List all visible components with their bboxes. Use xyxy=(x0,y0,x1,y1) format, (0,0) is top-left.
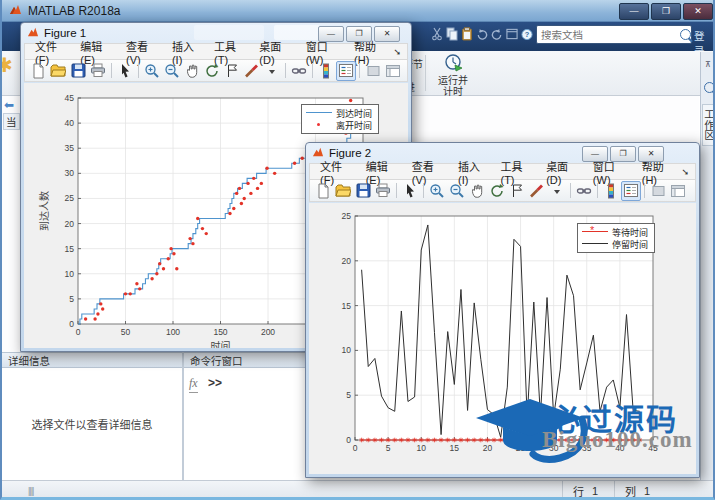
maximize-button[interactable]: ❐ xyxy=(651,3,681,20)
row-label: 行 xyxy=(573,483,584,499)
collapse-icon[interactable]: ⊼ xyxy=(705,60,711,69)
close-button[interactable]: ✕ xyxy=(683,3,713,20)
search-icon[interactable] xyxy=(680,29,691,40)
maximize-button[interactable]: ❐ xyxy=(610,146,636,162)
help-icon[interactable]: ? xyxy=(521,27,533,41)
legend-item: 到达时间 xyxy=(306,108,372,118)
command-prompt[interactable]: >> xyxy=(208,376,222,390)
quick-access-toolbar: ? xyxy=(431,27,548,41)
new-figure-icon[interactable] xyxy=(313,181,333,201)
figure1-titlebar[interactable]: Figure 1 — ❐ ✕ xyxy=(24,23,408,43)
matlab-logo-icon xyxy=(312,146,324,160)
hide-plot-tools-icon[interactable] xyxy=(648,181,668,201)
svg-text:0: 0 xyxy=(76,327,81,337)
legend-label: 停留时间 xyxy=(612,238,648,251)
svg-text:25: 25 xyxy=(342,211,352,221)
toolstrip-separator xyxy=(425,55,426,91)
search-input[interactable] xyxy=(537,29,680,41)
link-plot-icon[interactable] xyxy=(289,61,309,81)
details-placeholder: 选择文件以查看详细信息 xyxy=(2,368,182,480)
print-figure-icon[interactable] xyxy=(88,61,108,81)
workspace-tab[interactable]: 工作区 xyxy=(702,104,715,146)
open-file-icon[interactable] xyxy=(333,181,353,201)
toolbar-separator xyxy=(570,183,571,198)
svg-text:0: 0 xyxy=(69,319,74,329)
new-figure-icon[interactable] xyxy=(28,61,48,81)
window-icon[interactable] xyxy=(506,27,518,41)
caret-down-icon[interactable] xyxy=(262,61,282,81)
print-figure-icon[interactable] xyxy=(373,181,393,201)
svg-text:150: 150 xyxy=(213,327,227,337)
save-figure-icon[interactable] xyxy=(68,61,88,81)
matlab-logo-icon xyxy=(27,26,39,40)
toolbar-separator xyxy=(111,63,112,78)
brush-icon[interactable] xyxy=(527,181,547,201)
rotate-3d-icon[interactable] xyxy=(202,61,222,81)
brush-icon[interactable] xyxy=(242,61,262,81)
colorbar-icon[interactable] xyxy=(601,181,621,201)
colorbar-icon[interactable] xyxy=(316,61,336,81)
figure2-legend[interactable]: * 等待时间 停留时间 xyxy=(577,223,655,253)
zoom-in-icon[interactable] xyxy=(427,181,447,201)
minimize-button[interactable]: — xyxy=(318,26,344,42)
cut-icon[interactable] xyxy=(431,27,443,41)
figure2-menubar: 文件(F)编辑(E)查看(V)插入(I)工具(T)桌面(D)窗口(W)帮助(H)… xyxy=(309,163,696,180)
toolbar-separator xyxy=(644,183,645,198)
back-arrow-icon[interactable]: ⬅ xyxy=(4,98,14,112)
link-plot-icon[interactable] xyxy=(574,181,594,201)
paste-icon[interactable] xyxy=(461,27,473,41)
toolbar-separator xyxy=(396,183,397,198)
zoom-out-icon[interactable] xyxy=(162,61,182,81)
pan-hand-icon[interactable] xyxy=(467,181,487,201)
svg-text:15: 15 xyxy=(342,301,352,311)
details-panel-header[interactable]: 详细信息 xyxy=(2,352,182,368)
fx-button[interactable]: fx xyxy=(189,376,198,393)
figure2-titlebar[interactable]: Figure 2 — ❐ ✕ xyxy=(309,143,696,163)
main-title: MATLAB R2018a xyxy=(28,4,121,18)
minimize-button[interactable]: — xyxy=(582,146,608,162)
show-plot-tools-icon[interactable] xyxy=(668,181,688,201)
glass-reflection xyxy=(274,25,320,40)
minimize-button[interactable]: — xyxy=(619,3,649,20)
figure1-title: Figure 1 xyxy=(44,27,86,39)
row-value: 1 xyxy=(592,485,598,497)
redo-icon[interactable] xyxy=(491,27,503,41)
new-script-icon[interactable]: ✱ xyxy=(0,53,13,77)
svg-text:0: 0 xyxy=(346,435,351,445)
main-titlebar: MATLAB R2018a — ❐ ✕ xyxy=(2,0,715,22)
pan-hand-icon[interactable] xyxy=(182,61,202,81)
search-icon[interactable] xyxy=(704,82,715,93)
caret-down-icon[interactable] xyxy=(547,181,567,201)
legend-icon[interactable] xyxy=(336,61,356,81)
data-cursor-icon[interactable] xyxy=(222,61,242,81)
zoom-in-icon[interactable] xyxy=(142,61,162,81)
save-figure-icon[interactable] xyxy=(353,181,373,201)
svg-text:50: 50 xyxy=(121,327,131,337)
copy-icon[interactable] xyxy=(446,27,458,41)
svg-text:时间: 时间 xyxy=(211,340,231,348)
doc-search-box[interactable] xyxy=(536,25,692,44)
svg-text:10: 10 xyxy=(342,345,352,355)
matlab-logo-icon xyxy=(9,3,22,19)
legend-icon[interactable] xyxy=(621,181,641,201)
maximize-button[interactable]: ❐ xyxy=(346,26,372,42)
statusbar-grip-icon[interactable]: |||| xyxy=(28,486,33,496)
run-and-time-button[interactable]: 运行并 计时 xyxy=(430,53,476,94)
zoom-out-icon[interactable] xyxy=(447,181,467,201)
data-cursor-icon[interactable] xyxy=(507,181,527,201)
figure1-legend[interactable]: 到达时间 离开时间 xyxy=(301,104,379,134)
status-bar: |||| 行 1 列 1 xyxy=(2,480,715,500)
close-button[interactable]: ✕ xyxy=(638,146,664,162)
cursor-arrow-icon[interactable] xyxy=(400,181,420,201)
open-file-icon[interactable] xyxy=(48,61,68,81)
undo-icon[interactable] xyxy=(476,27,488,41)
menu-overflow-icon[interactable]: ➘ xyxy=(681,167,692,177)
close-button[interactable]: ✕ xyxy=(374,26,400,42)
menu-overflow-icon[interactable]: ➘ xyxy=(393,47,404,57)
hide-plot-tools-icon[interactable] xyxy=(363,61,383,81)
cursor-arrow-icon[interactable] xyxy=(115,61,135,81)
svg-text:到达人数: 到达人数 xyxy=(38,191,50,231)
rotate-3d-icon[interactable] xyxy=(487,181,507,201)
watermark-url: Biguo100.com xyxy=(542,427,693,453)
show-plot-tools-icon[interactable] xyxy=(383,61,403,81)
